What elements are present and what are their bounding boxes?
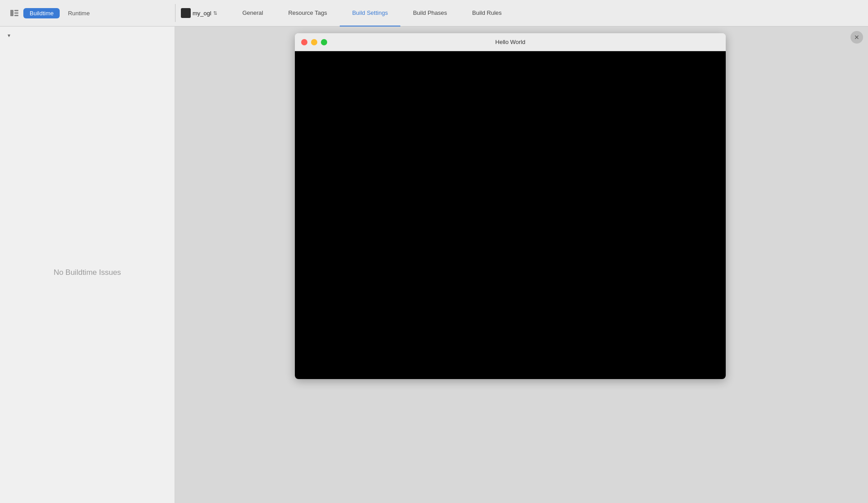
sidebar-content: No Buildtime Issues <box>0 42 175 503</box>
right-panel: ✕ <box>846 26 868 503</box>
window-close-button[interactable] <box>301 39 307 45</box>
toolbar: Buildtime Runtime my_ogl ⇅ General Resou… <box>0 0 868 26</box>
sidebar: ▾ No Buildtime Issues <box>0 26 175 503</box>
window-titlebar: Hello World <box>295 33 726 51</box>
main-content: ▾ No Buildtime Issues Hello World <box>0 26 868 503</box>
panel-toggle-button[interactable] <box>7 6 22 20</box>
buildtime-segment-button[interactable]: Buildtime <box>23 8 60 18</box>
svg-rect-2 <box>14 13 18 14</box>
project-selector-chevron-icon: ⇅ <box>213 10 217 16</box>
sidebar-toggle-button[interactable]: ▾ <box>0 29 18 42</box>
project-name-label: my_ogl <box>193 10 211 17</box>
window-minimize-button[interactable] <box>311 39 317 45</box>
svg-rect-0 <box>10 10 13 16</box>
toolbar-left: Buildtime Runtime <box>0 6 175 20</box>
tab-build-phases[interactable]: Build Phases <box>400 0 460 26</box>
center-panel: Hello World <box>175 26 846 503</box>
simulator-window: Hello World <box>295 33 726 379</box>
simulator-wrapper: Hello World <box>175 26 846 503</box>
panel-close-button[interactable]: ✕ <box>850 31 863 44</box>
tab-build-settings[interactable]: Build Settings <box>340 0 401 26</box>
no-issues-label: No Buildtime Issues <box>53 268 121 277</box>
tab-navigation: General Resource Tags Build Settings Bui… <box>230 0 514 26</box>
close-icon: ✕ <box>854 34 859 41</box>
project-selector[interactable]: my_ogl ⇅ <box>181 8 217 18</box>
svg-rect-1 <box>14 10 18 11</box>
window-maximize-button[interactable] <box>321 39 327 45</box>
tab-resource-tags[interactable]: Resource Tags <box>276 0 339 26</box>
project-icon <box>181 8 191 18</box>
toolbar-center: my_ogl ⇅ General Resource Tags Build Set… <box>175 0 868 26</box>
svg-rect-3 <box>14 15 18 16</box>
window-title: Hello World <box>495 39 526 45</box>
tab-build-rules[interactable]: Build Rules <box>460 0 514 26</box>
chevron-down-icon: ▾ <box>8 32 10 39</box>
tab-general[interactable]: General <box>230 0 276 26</box>
runtime-segment-button[interactable]: Runtime <box>61 8 96 18</box>
traffic-lights <box>295 39 327 45</box>
opengl-canvas[interactable] <box>295 51 726 379</box>
